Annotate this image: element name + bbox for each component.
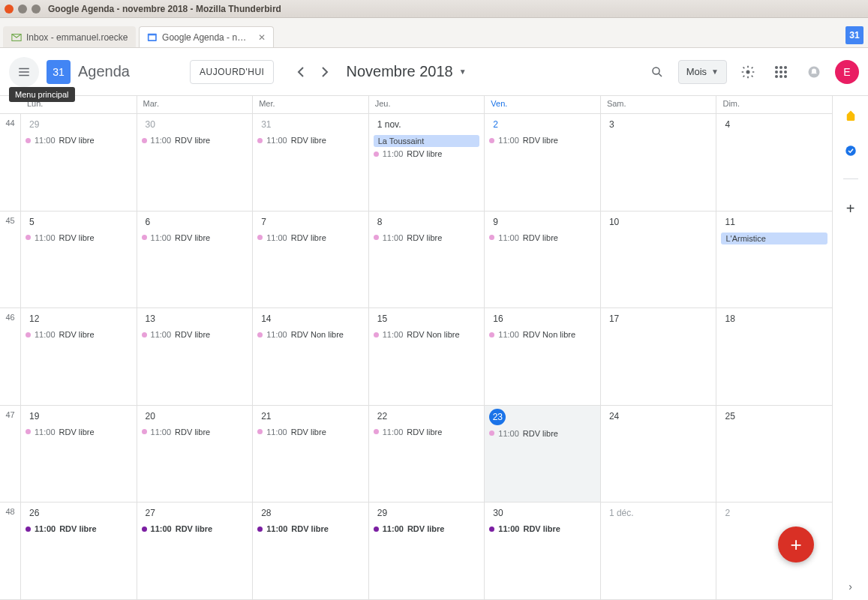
event[interactable]: 11:00RDV libre [142, 232, 248, 243]
tasks-icon[interactable] [844, 144, 857, 158]
event[interactable]: 11:00RDV libre [489, 135, 596, 146]
event-dot-icon [374, 235, 379, 240]
event-label: RDV Non libre [407, 330, 459, 339]
notifications-button[interactable] [802, 60, 826, 84]
day-cell[interactable]: 911:00RDV libre [485, 212, 601, 308]
day-cell[interactable]: 2611:00RDV libre [21, 502, 137, 599]
event[interactable]: 11:00RDV Non libre [257, 329, 364, 340]
day-cell[interactable]: 2211:00RDV libre [369, 406, 485, 502]
event[interactable]: 11:00RDV libre [142, 524, 248, 534]
event[interactable]: 11:00RDV libre [26, 524, 132, 534]
day-cell[interactable]: 3011:00RDV libre [137, 114, 254, 211]
day-cell[interactable]: 2011:00RDV libre [137, 406, 254, 502]
day-cell[interactable]: 1511:00RDV Non libre [369, 308, 485, 405]
settings-button[interactable] [736, 60, 760, 84]
event[interactable]: 11:00RDV libre [374, 524, 480, 534]
keep-icon[interactable] [844, 110, 857, 123]
event[interactable]: 11:00RDV libre [26, 329, 132, 340]
view-select-label: Mois [686, 66, 707, 77]
event[interactable]: 11:00RDV libre [374, 427, 480, 437]
day-cell[interactable]: 1611:00RDV Non libre [485, 308, 601, 405]
day-cell[interactable]: 3 [601, 114, 717, 211]
allday-event[interactable]: La Toussaint [374, 135, 480, 147]
day-cell[interactable]: 511:00RDV libre [21, 212, 137, 308]
week-number: 44 [0, 114, 21, 212]
day-cell[interactable]: 1311:00RDV libre [137, 308, 254, 405]
day-header: Sam. [601, 96, 717, 113]
day-cell[interactable]: 811:00RDV libre [369, 212, 485, 308]
event-time: 11:00 [35, 136, 56, 145]
day-cell[interactable]: 1411:00RDV Non libre [253, 308, 369, 405]
view-select[interactable]: Mois ▼ [678, 60, 727, 84]
svg-point-11 [775, 75, 778, 78]
tab-inbox[interactable]: Inbox - emmanuel.roecke [3, 26, 136, 47]
tab-close-icon[interactable]: ✕ [258, 32, 266, 43]
event[interactable]: 11:00RDV libre [257, 135, 364, 146]
window-minimize-button[interactable] [18, 4, 27, 14]
window-close-button[interactable] [5, 4, 14, 14]
month-selector[interactable]: Novembre 2018 ▼ [346, 63, 466, 80]
day-cell[interactable]: 2711:00RDV libre [137, 502, 254, 599]
day-cell[interactable]: 2911:00RDV libre [21, 114, 137, 211]
today-button[interactable]: AUJOURD'HUI [190, 60, 274, 84]
user-avatar[interactable]: E [835, 60, 859, 84]
event[interactable]: 11:00RDV libre [374, 148, 480, 159]
event[interactable]: 11:00RDV libre [489, 428, 596, 439]
event[interactable]: 11:00RDV libre [26, 232, 132, 243]
event[interactable]: 11:00RDV libre [374, 232, 480, 243]
allday-event[interactable]: L'Armistice [721, 232, 827, 244]
calendar-corner-icon[interactable]: 31 [845, 26, 863, 44]
create-event-fab[interactable]: + [778, 526, 814, 562]
day-cell[interactable]: 2311:00RDV libre [485, 406, 601, 502]
event[interactable]: 11:00RDV Non libre [374, 329, 480, 340]
day-cell[interactable]: 10 [601, 212, 717, 308]
day-cell[interactable]: 17 [601, 308, 717, 405]
event[interactable]: 11:00RDV libre [489, 232, 596, 243]
day-cell[interactable]: 1911:00RDV libre [21, 406, 137, 502]
event[interactable]: 11:00RDV libre [257, 427, 364, 437]
day-cell[interactable]: 3111:00RDV libre [253, 114, 369, 211]
event[interactable]: 11:00RDV Non libre [489, 329, 596, 340]
event-time: 11:00 [35, 233, 56, 242]
event[interactable]: 11:00RDV libre [142, 427, 248, 437]
day-number: 30 [142, 117, 159, 132]
day-cell[interactable]: 24 [601, 406, 717, 502]
day-cell[interactable]: 11L'Armistice [716, 212, 832, 308]
svg-point-4 [746, 70, 750, 74]
day-cell[interactable]: 1 nov.La Toussaint11:00RDV libre [369, 114, 485, 211]
event[interactable]: 11:00RDV libre [142, 329, 248, 340]
event[interactable]: 11:00RDV libre [26, 135, 132, 146]
day-cell[interactable]: 2111:00RDV libre [253, 406, 369, 502]
day-number: 9 [489, 214, 502, 230]
window-maximize-button[interactable] [32, 4, 41, 14]
search-button[interactable] [645, 60, 669, 84]
day-cell[interactable]: 3011:00RDV libre [485, 502, 601, 599]
day-cell[interactable]: 2811:00RDV libre [253, 502, 369, 599]
event[interactable]: 11:00RDV libre [257, 232, 364, 243]
tab-calendar[interactable]: Google Agenda - nove ✕ [139, 26, 274, 47]
chevron-right-icon[interactable]: › [848, 580, 852, 592]
event[interactable]: 11:00RDV libre [489, 524, 596, 534]
day-cell[interactable]: 1211:00RDV libre [21, 308, 137, 405]
event[interactable]: 11:00RDV libre [142, 135, 248, 146]
day-cell[interactable]: 611:00RDV libre [137, 212, 254, 308]
day-cell[interactable]: 18 [716, 308, 832, 405]
day-cell[interactable]: 2 [716, 502, 832, 599]
event[interactable]: 11:00RDV libre [26, 427, 132, 437]
event-label: RDV libre [523, 524, 560, 533]
main-menu-button[interactable]: Menu principal [9, 57, 39, 87]
day-cell[interactable]: 2911:00RDV libre [369, 502, 485, 599]
day-cell[interactable]: 211:00RDV libre [485, 114, 601, 211]
svg-point-5 [775, 66, 778, 69]
event-dot-icon [374, 152, 379, 157]
apps-button[interactable] [769, 60, 793, 84]
day-cell[interactable]: 25 [716, 406, 832, 502]
day-cell[interactable]: 4 [716, 114, 832, 211]
add-addon-button[interactable]: + [846, 200, 855, 218]
next-month-button[interactable] [313, 60, 337, 84]
day-cell[interactable]: 711:00RDV libre [253, 212, 369, 308]
day-cell[interactable]: 1 déc. [601, 502, 717, 599]
prev-month-button[interactable] [289, 60, 313, 84]
day-header-row: Lun.Mar.Mer.Jeu.Ven.Sam.Dim. [21, 96, 832, 114]
event[interactable]: 11:00RDV libre [257, 524, 364, 534]
